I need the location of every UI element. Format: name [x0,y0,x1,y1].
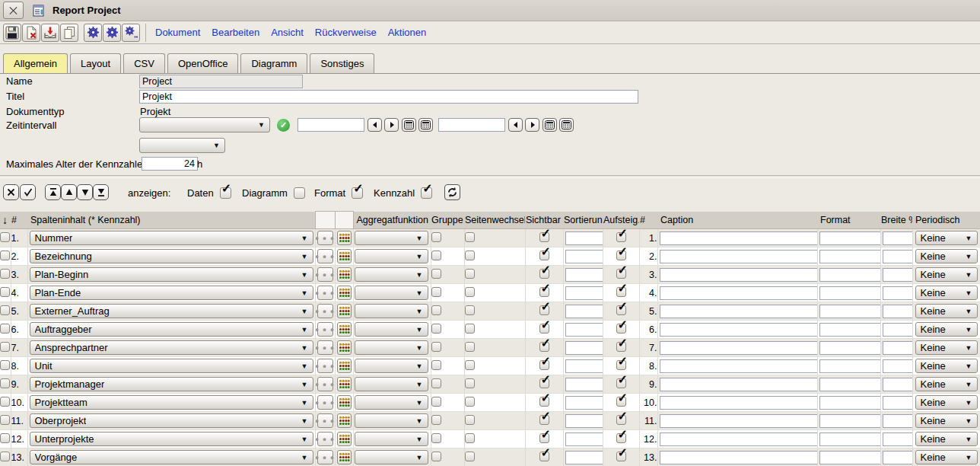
color-grid-icon[interactable] [337,286,352,300]
sichtbar-checkbox[interactable] [539,452,549,461]
caption-input[interactable] [660,414,818,428]
row-checkbox[interactable] [0,378,10,388]
aggregatfunktion-select[interactable]: ▼ [355,249,428,263]
tab-allgemein[interactable]: Allgemein [3,53,68,73]
row-checkbox[interactable] [0,360,10,370]
row-checkbox[interactable] [0,251,10,260]
gruppe-checkbox[interactable] [431,342,441,352]
caption-input[interactable] [660,286,818,300]
more-dots-icon[interactable]: ● ● ● [317,286,333,300]
more-dots-icon[interactable]: ● ● ● [317,413,333,428]
aufsteig-checkbox[interactable] [616,452,626,461]
format-input[interactable] [819,341,881,355]
sichtbar-checkbox[interactable] [539,397,549,407]
seitenwechsel-checkbox[interactable] [465,305,475,315]
more-dots-icon[interactable]: ● ● ● [317,395,333,410]
format-input[interactable] [819,359,881,373]
caption-input[interactable] [660,231,818,245]
menu-item-ansicht[interactable]: Ansicht [271,27,304,38]
anzeigen-daten-checkbox[interactable] [220,187,231,199]
gruppe-checkbox[interactable] [431,378,441,388]
copy-icon[interactable] [60,24,78,42]
gruppe-checkbox[interactable] [431,287,441,297]
periodisch-select[interactable]: Keine▼ [915,304,978,318]
spalteninhalt-select[interactable]: Unterprojekte▼ [30,432,313,446]
color-grid-icon[interactable] [337,267,352,282]
color-grid-icon[interactable] [337,231,352,245]
sortierung-input[interactable] [565,432,603,446]
periodisch-select[interactable]: Keine▼ [915,267,978,282]
format-input[interactable] [819,268,881,282]
aggregatfunktion-select[interactable]: ▼ [355,432,428,446]
aufsteig-checkbox[interactable] [616,378,626,388]
row-checkbox[interactable] [0,324,10,334]
spalteninhalt-select[interactable]: Ansprechpartner▼ [30,340,313,355]
color-grid-icon[interactable] [337,450,352,464]
aufsteig-checkbox[interactable] [616,287,626,297]
aggregatfunktion-select[interactable]: ▼ [355,395,428,410]
color-grid-icon[interactable] [337,377,352,391]
spalteninhalt-select[interactable]: Externer_Auftrag▼ [30,304,313,318]
name-field[interactable] [139,75,303,88]
seitenwechsel-checkbox[interactable] [465,378,475,388]
gruppe-checkbox[interactable] [431,415,441,425]
row-checkbox[interactable] [0,397,10,407]
zeitintervall-select[interactable]: ▼ [139,117,270,132]
move-top-icon[interactable] [45,184,61,200]
sortierung-input[interactable] [565,286,603,300]
breite-input[interactable] [883,432,913,446]
format-input[interactable] [819,432,881,446]
gruppe-checkbox[interactable] [431,452,441,461]
breite-input[interactable] [883,268,913,282]
color-grid-icon[interactable] [337,395,352,410]
row-checkbox[interactable] [0,452,10,461]
prev-arrow-icon[interactable] [508,118,523,132]
color-grid-icon[interactable] [337,304,352,318]
breite-input[interactable] [883,451,913,464]
spalteninhalt-select[interactable]: Projektteam▼ [30,395,313,410]
more-dots-icon[interactable]: ● ● ● [317,359,333,373]
seitenwechsel-checkbox[interactable] [465,433,475,443]
row-checkbox[interactable] [0,342,10,352]
sichtbar-checkbox[interactable] [539,232,549,242]
caption-input[interactable] [660,250,818,263]
gruppe-checkbox[interactable] [431,324,441,334]
aufsteig-checkbox[interactable] [616,342,626,352]
spalteninhalt-select[interactable]: Projektmanager▼ [30,377,313,391]
breite-input[interactable] [883,286,913,300]
sortierung-input[interactable] [565,323,603,337]
caption-input[interactable] [660,359,818,373]
periodisch-select[interactable]: Keine▼ [915,286,978,300]
aufsteig-checkbox[interactable] [616,305,626,315]
sichtbar-checkbox[interactable] [539,287,549,297]
gruppe-checkbox[interactable] [431,251,441,260]
save-icon[interactable] [3,24,21,42]
periodisch-select[interactable]: Keine▼ [915,377,978,391]
calendar-icon[interactable] [418,118,433,132]
tab-sonstiges[interactable]: Sonstiges [310,53,374,73]
sortierung-input[interactable] [565,414,603,428]
aggregatfunktion-select[interactable]: ▼ [355,322,428,337]
tab-csv[interactable]: CSV [123,53,165,73]
more-dots-icon[interactable]: ● ● ● [317,340,333,355]
periodisch-select[interactable]: Keine▼ [915,395,978,410]
sortierung-input[interactable] [565,396,603,410]
move-up-icon[interactable] [61,184,77,200]
breite-input[interactable] [883,396,913,410]
anzeigen-diagramm-checkbox[interactable] [294,187,305,199]
aggregatfunktion-select[interactable]: ▼ [355,413,428,428]
seitenwechsel-checkbox[interactable] [465,342,475,352]
gruppe-checkbox[interactable] [431,269,441,279]
format-input[interactable] [819,396,881,410]
move-bottom-icon[interactable] [93,184,109,200]
caption-input[interactable] [660,396,818,410]
breite-input[interactable] [883,250,913,263]
close-icon[interactable] [3,2,24,19]
next-arrow-icon[interactable] [525,118,539,132]
caption-input[interactable] [660,378,818,391]
spalteninhalt-select[interactable]: Bezeichnung▼ [30,249,313,263]
more-dots-icon[interactable]: ● ● ● [317,377,333,391]
seitenwechsel-checkbox[interactable] [465,269,475,279]
row-checkbox[interactable] [0,305,10,315]
breite-input[interactable] [883,231,913,245]
